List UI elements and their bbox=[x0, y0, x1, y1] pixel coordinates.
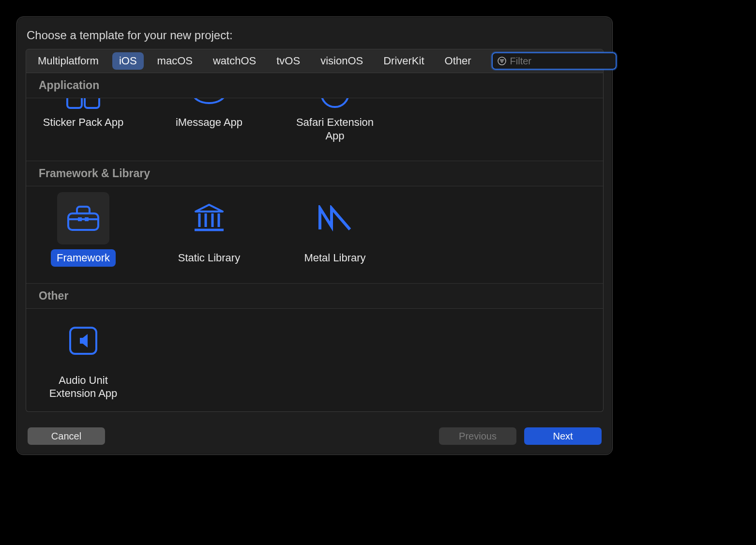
tab-watchos[interactable]: watchOS bbox=[206, 52, 263, 70]
new-project-dialog: Choose a template for your new project: … bbox=[16, 16, 613, 455]
svg-point-6 bbox=[193, 98, 226, 103]
tab-other[interactable]: Other bbox=[438, 52, 478, 70]
tab-tvos[interactable]: tvOS bbox=[270, 52, 307, 70]
template-metal-library[interactable]: Metal Library bbox=[287, 192, 383, 267]
previous-button: Previous bbox=[439, 427, 516, 445]
svg-rect-10 bbox=[78, 217, 82, 221]
svg-point-7 bbox=[321, 98, 348, 107]
template-label: Safari Extension App bbox=[287, 114, 383, 144]
svg-marker-12 bbox=[196, 205, 223, 212]
template-label: Framework bbox=[51, 249, 116, 267]
filter-field-wrap[interactable] bbox=[492, 52, 617, 70]
svg-rect-8 bbox=[68, 213, 98, 230]
filter-icon bbox=[498, 56, 506, 66]
metal-icon bbox=[318, 205, 352, 231]
dialog-footer: Cancel Previous Next bbox=[26, 427, 604, 445]
section-header-other: Other bbox=[26, 284, 603, 309]
next-button[interactable]: Next bbox=[524, 427, 602, 445]
cancel-button[interactable]: Cancel bbox=[28, 427, 105, 445]
template-label: iMessage App bbox=[170, 114, 248, 131]
platform-tabbar: Multiplatform iOS macOS watchOS tvOS vis… bbox=[26, 49, 604, 73]
library-icon bbox=[194, 204, 225, 233]
template-audio-unit-extension-app[interactable]: Audio Unit Extension App bbox=[35, 315, 132, 402]
section-header-application: Application bbox=[26, 73, 603, 98]
template-list[interactable]: Application Sticker Pack App iMessage A bbox=[26, 73, 604, 412]
template-label: Metal Library bbox=[298, 249, 371, 267]
section-body-application: Sticker Pack App iMessage App Safari Ext… bbox=[26, 98, 603, 161]
template-sticker-pack-app[interactable]: Sticker Pack App bbox=[35, 98, 132, 144]
template-label: Static Library bbox=[172, 249, 246, 267]
tab-multiplatform[interactable]: Multiplatform bbox=[31, 52, 106, 70]
dialog-title: Choose a template for your new project: bbox=[27, 29, 603, 42]
section-body-other: Audio Unit Extension App bbox=[26, 309, 603, 412]
section-header-framework: Framework & Library bbox=[26, 161, 603, 186]
template-safari-extension-app[interactable]: Safari Extension App bbox=[287, 98, 383, 144]
template-label: Sticker Pack App bbox=[37, 114, 129, 131]
tab-driverkit[interactable]: DriverKit bbox=[377, 52, 431, 70]
safari-icon bbox=[318, 98, 352, 109]
svg-rect-4 bbox=[67, 98, 82, 108]
imessage-icon bbox=[190, 98, 228, 109]
tab-ios[interactable]: iOS bbox=[112, 52, 144, 70]
filter-input[interactable] bbox=[510, 56, 633, 67]
svg-rect-11 bbox=[85, 217, 89, 221]
tab-visionos[interactable]: visionOS bbox=[314, 52, 370, 70]
svg-rect-5 bbox=[85, 98, 99, 108]
template-framework[interactable]: Framework bbox=[35, 192, 132, 267]
tab-macos[interactable]: macOS bbox=[151, 52, 199, 70]
template-imessage-app[interactable]: iMessage App bbox=[161, 98, 257, 144]
template-label: Audio Unit Extension App bbox=[35, 372, 132, 402]
toolbox-icon bbox=[66, 205, 100, 232]
section-body-framework: Framework Static Library bbox=[26, 186, 603, 284]
speaker-icon bbox=[68, 326, 98, 356]
template-static-library[interactable]: Static Library bbox=[161, 192, 257, 267]
sticker-pack-icon bbox=[66, 98, 100, 109]
